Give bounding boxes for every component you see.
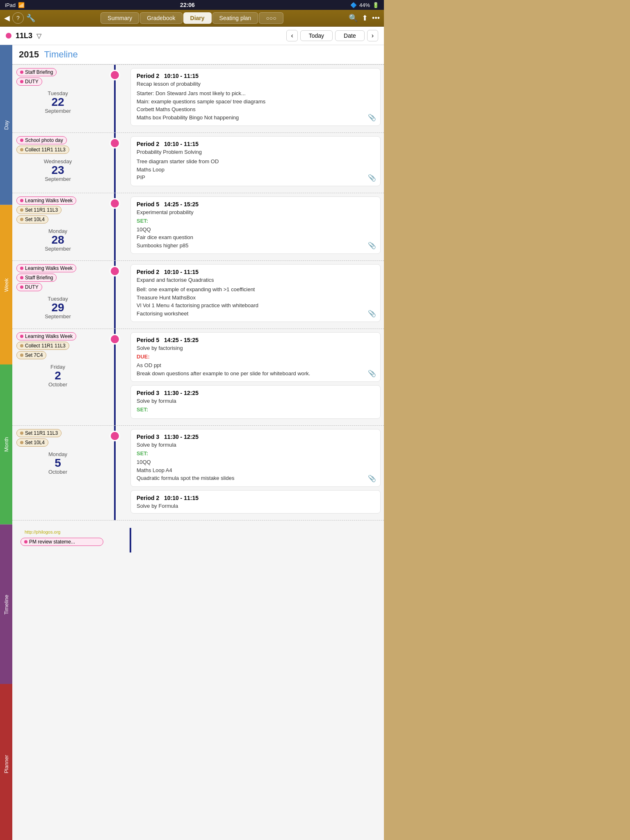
pill-pm-review: PM review stateme...	[21, 538, 103, 546]
tab-diary[interactable]: Diary	[183, 12, 212, 24]
entry-body: 10QQ Maths Loop A4 Quadratic formula spo…	[137, 458, 374, 482]
entry-card-1: Period 5 14:25 - 15:25 Solve by factoris…	[130, 332, 381, 382]
settings-button[interactable]: 🔧	[26, 14, 35, 23]
sidebar-item-day[interactable]: Day	[0, 45, 12, 205]
sidebar-item-month[interactable]: Month	[0, 365, 12, 525]
sidebar-item-timeline[interactable]: Timeline	[0, 525, 12, 685]
tab-summary[interactable]: Summary	[100, 12, 139, 24]
entry-subheader: Expand and factorise Quadratics	[137, 277, 374, 283]
pill-label: Learning Walks Week	[25, 265, 73, 271]
tab-more[interactable]: ○○○	[259, 12, 283, 24]
paperclip-icon: 📎	[368, 310, 376, 317]
pill-dot-pink	[20, 335, 23, 338]
entry-body: 10QQ Fair dice exam question Sumbooks hi…	[137, 226, 374, 250]
entry-subheader: Recap lesson of probability	[137, 81, 374, 87]
wed23-entries: Period 2 10:10 - 11:15 Probability Probl…	[127, 133, 384, 193]
pill-label: Learning Walks Week	[25, 198, 73, 203]
mon28-left: Learning Walks Week Set 11R1 11L3 Set 10…	[12, 193, 103, 261]
back-button[interactable]: ◀	[4, 14, 10, 23]
tab-seating[interactable]: Seating plan	[212, 12, 258, 24]
pill-duty-2: DUTY	[16, 283, 42, 291]
pill-label: Set 11R1 11L3	[25, 430, 58, 436]
section-tue29: Learning Walks Week Staff Briefing DUTY …	[12, 260, 384, 329]
pill-dot-pink	[20, 139, 23, 142]
side-tabs: Day Week Month Timeline Planner	[0, 45, 12, 840]
prev-arrow[interactable]: ‹	[286, 30, 297, 41]
entry-subheader: Solve by Formula	[137, 503, 374, 509]
nav-right-buttons: 🔍 ⬆ •••	[349, 14, 380, 23]
mon5oct-date: Monday 5 October	[16, 450, 99, 477]
next-arrow[interactable]: ›	[367, 30, 378, 41]
entry-card-2: Period 3 11:30 - 12:25 Solve by formula …	[130, 385, 381, 419]
tue22-circle	[110, 70, 120, 80]
pill-dot-pink	[20, 276, 23, 279]
pill-label: Set 11R1 11L3	[25, 207, 58, 213]
filter-icon[interactable]: ▽	[37, 32, 41, 40]
bottom-bar: http://philogos.org PM review stateme...	[12, 520, 384, 554]
class-name: 11L3	[16, 32, 32, 40]
pill-learning-walks-2: Learning Walks Week	[16, 264, 76, 272]
mon28-entries: Period 5 14:25 - 15:25 Experimental prob…	[127, 193, 384, 261]
fri2oct-pills: Learning Walks Week Collect 11R1 11L3 Se…	[16, 332, 99, 361]
pill-dot-tan	[20, 354, 23, 357]
pill-dot-tan	[20, 208, 23, 212]
fri2oct-center	[103, 329, 127, 425]
wed23-circle	[110, 138, 120, 148]
entry-subheader: Experimental probability	[137, 209, 374, 215]
entry-header: Period 3 11:30 - 12:25	[137, 390, 374, 396]
due-label: DUE:	[137, 354, 374, 360]
pill-set-11r1-1: Set 11R1 11L3	[16, 206, 62, 214]
pill-dot-tan	[20, 431, 23, 435]
entry-header: Period 2 10:10 - 11:15	[137, 495, 374, 501]
pill-school-photo: School photo day	[16, 136, 67, 144]
sidebar-item-planner[interactable]: Planner	[0, 684, 12, 840]
fri2oct-circle	[110, 334, 120, 345]
entry-card: Period 5 14:25 - 15:25 Experimental prob…	[130, 196, 381, 254]
paperclip-icon: 📎	[368, 114, 376, 121]
pill-dot-pink	[20, 267, 23, 270]
paperclip-icon: 📎	[368, 475, 376, 482]
tue22-center	[103, 65, 127, 132]
tab-gradebook[interactable]: Gradebook	[140, 12, 182, 24]
fri2oct-left: Learning Walks Week Collect 11R1 11L3 Se…	[12, 329, 103, 425]
entry-header: Period 2 10:10 - 11:15	[137, 141, 374, 147]
battery-icon: 🔋	[372, 2, 379, 8]
help-button[interactable]: ?	[12, 12, 24, 24]
entry-card-2: Period 2 10:10 - 11:15 Solve by Formula	[130, 490, 381, 514]
wed23-date: Wednesday 23 September	[16, 157, 99, 184]
overflow-button[interactable]: •••	[372, 14, 380, 23]
pill-learning-walks-1: Learning Walks Week	[16, 196, 76, 205]
entry-header: Period 5 14:25 - 15:25	[137, 201, 374, 208]
status-right: 🔷 44% 🔋	[350, 2, 379, 8]
battery-level: 44%	[359, 2, 370, 8]
paperclip-icon: 📎	[368, 242, 376, 249]
pill-duty-1: DUTY	[16, 78, 42, 86]
timeline-area: 2015 Timeline Staff Briefing DUTY	[12, 45, 384, 840]
tue22-date: Tuesday 22 September	[16, 89, 99, 116]
entry-header: Period 2 10:10 - 11:15	[137, 73, 374, 79]
year-label: 2015	[19, 49, 39, 59]
view-label: Timeline	[44, 49, 78, 59]
pill-set-11r1-2: Set 11R1 11L3	[16, 429, 62, 437]
ipad-label: iPad	[5, 2, 16, 8]
pill-label: DUTY	[25, 79, 39, 84]
tue29-center	[103, 261, 127, 329]
main-content: Day Week Month Timeline Planner 2015 Tim…	[0, 45, 384, 840]
pill-label: Collect 11R1 11L3	[25, 147, 66, 153]
pill-dot-pink	[24, 540, 27, 543]
entry-subheader: Solve by formula	[137, 442, 374, 448]
pill-dot-pink	[20, 285, 23, 289]
date-button[interactable]: Date	[335, 30, 365, 41]
sidebar-item-week[interactable]: Week	[0, 205, 12, 365]
share-button[interactable]: ⬆	[362, 14, 368, 23]
entry-card: Period 2 10:10 - 11:15 Recap lesson of p…	[130, 68, 381, 126]
tue22-left: Staff Briefing DUTY Tuesday 22 September	[12, 65, 103, 132]
pill-label: DUTY	[25, 284, 39, 290]
set-label: SET:	[137, 406, 374, 413]
fri2oct-entries: Period 5 14:25 - 15:25 Solve by factoris…	[127, 329, 384, 425]
search-button[interactable]: 🔍	[349, 14, 358, 23]
section-mon28: Learning Walks Week Set 11R1 11L3 Set 10…	[12, 193, 384, 261]
nav-left-buttons: ◀ ? 🔧	[4, 12, 35, 24]
today-button[interactable]: Today	[300, 30, 333, 41]
entry-header: Period 5 14:25 - 15:25	[137, 337, 374, 343]
